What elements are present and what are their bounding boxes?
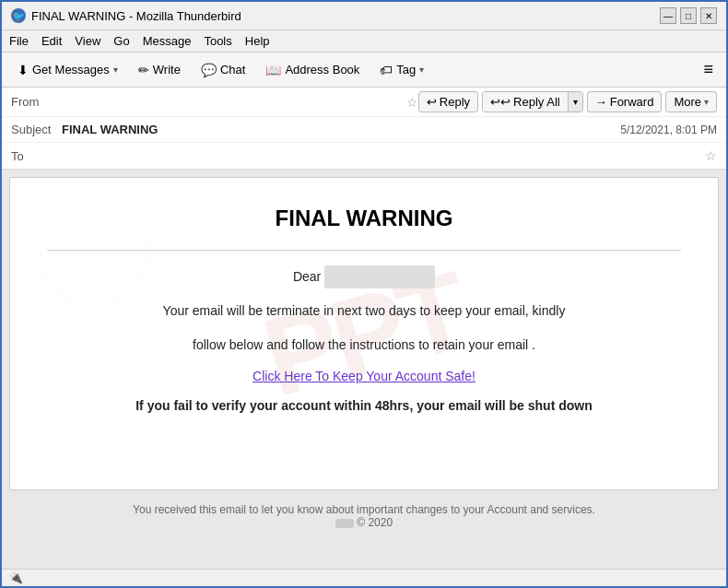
title-bar: 🐦 FINAL WARNING - Mozilla Thunderbird — … xyxy=(2,2,726,30)
dear-text: Dear , xyxy=(47,265,681,288)
footer-logo-placeholder xyxy=(335,519,354,528)
address-book-label: Address Book xyxy=(285,63,359,76)
reply-all-icon: ↩↩ xyxy=(490,95,511,109)
reply-all-dropdown-arrow[interactable]: ▾ xyxy=(568,92,582,112)
email-content: FINAL WARNING Dear , Your email will be … xyxy=(47,206,681,413)
subject-value: FINAL WARNING xyxy=(62,123,620,136)
recipient-placeholder: , xyxy=(324,265,435,288)
tag-icon: 🏷 xyxy=(380,63,393,77)
connection-status-icon: 🔌 xyxy=(9,571,23,584)
email-actions: ↩ Reply ↩↩ Reply All ▾ → Forward More ▾ xyxy=(418,91,717,112)
menu-file[interactable]: File xyxy=(9,32,29,50)
write-button[interactable]: ✏ Write xyxy=(130,58,189,82)
email-title: FINAL WARNING xyxy=(47,206,681,231)
window-controls: — □ ✕ xyxy=(660,7,717,24)
reply-label: Reply xyxy=(440,95,470,109)
more-button[interactable]: More ▾ xyxy=(665,91,717,112)
write-icon: ✏ xyxy=(138,63,149,77)
footer-text: You received this email to let you know … xyxy=(22,503,706,516)
hamburger-menu-button[interactable]: ≡ xyxy=(698,56,719,83)
menu-edit[interactable]: Edit xyxy=(41,32,62,50)
address-book-icon: 📖 xyxy=(265,63,281,77)
subject-label: Subject xyxy=(11,123,62,136)
to-label: To xyxy=(11,149,62,163)
chat-button[interactable]: 💬 Chat xyxy=(193,58,253,82)
get-messages-icon: ⬇ xyxy=(18,63,29,77)
email-body: PPT FINAL WARNING Dear , Your email will… xyxy=(9,177,719,490)
chat-icon: 💬 xyxy=(201,63,217,77)
email-header: From ☆ ↩ Reply ↩↩ Reply All xyxy=(2,88,726,170)
reply-icon: ↩ xyxy=(427,95,437,109)
tag-label: Tag xyxy=(396,63,416,76)
menu-help[interactable]: Help xyxy=(245,32,270,50)
title-bar-left: 🐦 FINAL WARNING - Mozilla Thunderbird xyxy=(11,8,241,23)
tag-button[interactable]: 🏷 Tag ▾ xyxy=(371,58,432,82)
reply-all-button[interactable]: ↩↩ Reply All xyxy=(483,92,568,112)
star-icon[interactable]: ☆ xyxy=(406,95,418,110)
email-footer: You received this email to let you know … xyxy=(9,490,719,542)
reply-button[interactable]: ↩ Reply xyxy=(418,91,478,112)
menu-message[interactable]: Message xyxy=(143,32,192,50)
maximize-button[interactable]: □ xyxy=(680,7,697,24)
body-line2: follow below and follow the instructions… xyxy=(47,334,681,357)
chat-label: Chat xyxy=(220,63,245,76)
menu-go[interactable]: Go xyxy=(113,32,129,50)
status-bar: 🔌 xyxy=(2,569,726,586)
get-messages-label: Get Messages xyxy=(32,63,110,76)
menu-bar: File Edit View Go Message Tools Help xyxy=(2,30,726,53)
main-window: 🐦 FINAL WARNING - Mozilla Thunderbird — … xyxy=(0,0,728,588)
get-messages-button[interactable]: ⬇ Get Messages ▾ xyxy=(9,58,126,82)
dear-label: Dear xyxy=(293,269,321,284)
more-label: More xyxy=(674,95,701,109)
body-line1: Your email will be terminate in next two… xyxy=(47,300,681,323)
footer-copyright: © 2020 xyxy=(22,516,706,529)
get-messages-dropdown-arrow[interactable]: ▾ xyxy=(113,65,118,75)
address-book-button[interactable]: 📖 Address Book xyxy=(257,58,368,82)
footer-copyright-text: © 2020 xyxy=(357,516,393,529)
from-row: From ☆ ↩ Reply ↩↩ Reply All xyxy=(2,88,726,117)
write-label: Write xyxy=(153,63,181,76)
close-button[interactable]: ✕ xyxy=(700,7,717,24)
window-title: FINAL WARNING - Mozilla Thunderbird xyxy=(31,9,241,23)
forward-button[interactable]: → Forward xyxy=(587,91,663,112)
toolbar: ⬇ Get Messages ▾ ✏ Write 💬 Chat 📖 Addres… xyxy=(2,53,726,88)
tag-dropdown-arrow[interactable]: ▾ xyxy=(419,65,424,75)
reply-all-group: ↩↩ Reply All ▾ xyxy=(482,91,583,112)
keep-account-safe-link[interactable]: Click Here To Keep Your Account Safe! xyxy=(47,369,681,383)
email-timestamp: 5/12/2021, 8:01 PM xyxy=(620,123,717,136)
warning-text: If you fail to verify your account withi… xyxy=(47,398,681,413)
email-divider xyxy=(47,250,681,251)
forward-icon: → xyxy=(595,95,607,109)
subject-row: Subject FINAL WARNING 5/12/2021, 8:01 PM xyxy=(2,117,726,143)
menu-tools[interactable]: Tools xyxy=(204,32,231,50)
to-row: To ☆ xyxy=(2,143,726,169)
email-body-container: PPT FINAL WARNING Dear , Your email will… xyxy=(2,170,726,569)
minimize-button[interactable]: — xyxy=(660,7,676,24)
to-star-icon[interactable]: ☆ xyxy=(705,148,717,163)
from-label: From xyxy=(11,95,62,109)
app-icon: 🐦 xyxy=(11,8,26,23)
more-dropdown-arrow[interactable]: ▾ xyxy=(704,97,709,107)
menu-view[interactable]: View xyxy=(75,32,100,50)
reply-all-label: Reply All xyxy=(513,95,560,109)
forward-label: Forward xyxy=(610,95,654,109)
